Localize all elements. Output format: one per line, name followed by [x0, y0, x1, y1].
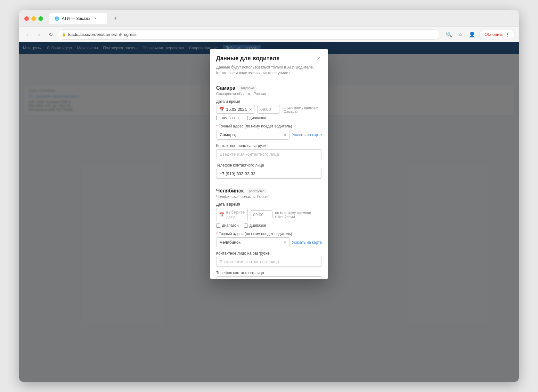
- update-button[interactable]: Обновить ⋮: [479, 30, 515, 39]
- samara-section: Самара загрузка Самарская область, Росси…: [216, 85, 322, 179]
- samara-header: Самара загрузка: [216, 85, 322, 91]
- browser-actions: 🔍 ☆ 👤 Обновить ⋮: [444, 30, 515, 39]
- samara-date-input[interactable]: 📅 15.03.2021 ✕: [216, 105, 255, 114]
- modal-subtitle: Данные будут использоваться только в АТИ…: [216, 64, 322, 76]
- url-bar[interactable]: 🔒 loads.ati.su/orders/carrier/InProgress: [58, 29, 439, 40]
- samara-address-label: * Точный адрес (по нему поедет водитель): [216, 124, 322, 128]
- chelyabinsk-date-input[interactable]: 📅 выберите дату: [216, 208, 248, 221]
- chelyabinsk-section: Челябинск разгрузка Челябинская область,…: [216, 188, 322, 279]
- samara-time-hint: по местному времени (Самара): [282, 106, 322, 113]
- chelyabinsk-contact-group: Контактное лицо на разгрузке: [216, 251, 322, 267]
- chelyabinsk-address-wrapper: ✕: [216, 237, 289, 247]
- chelyabinsk-time-hint: по местному времени (Челябинск): [275, 211, 322, 218]
- chelyabinsk-address-input[interactable]: [216, 237, 289, 247]
- samara-city-name: Самара: [216, 85, 235, 91]
- modal-body: Самара загрузка Самарская область, Росси…: [210, 80, 328, 279]
- search-icon[interactable]: 🔍: [444, 30, 453, 39]
- menu-icon: ⋮: [505, 32, 509, 37]
- chelyabinsk-checkbox-row: диапазон диапазон: [216, 223, 322, 228]
- samara-date-label: Дата и время: [216, 99, 322, 104]
- samara-time-input[interactable]: [257, 105, 280, 114]
- section-divider: [216, 184, 322, 184]
- titlebar: 🌐 АТИ — Заказы ✕ +: [19, 10, 519, 27]
- chelyabinsk-phone-group: Телефон контактного лица: [216, 271, 322, 279]
- samara-date-row: 📅 15.03.2021 ✕ по местному времени (Сама…: [216, 105, 322, 114]
- browser-tab[interactable]: 🌐 АТИ — Заказы ✕: [49, 13, 107, 24]
- samara-checkbox2[interactable]: диапазон: [244, 116, 266, 120]
- samara-phone-input[interactable]: [216, 169, 322, 179]
- chelyabinsk-type-badge: разгрузка: [246, 188, 267, 193]
- maximize-dot[interactable]: [38, 16, 43, 21]
- new-tab-button[interactable]: +: [111, 14, 120, 23]
- samara-date-value: 15.03.2021: [226, 107, 247, 112]
- modal-title: Данные для водителя: [216, 55, 322, 62]
- chelyabinsk-contact-input[interactable]: [216, 257, 322, 267]
- samara-checkbox-row: диапазон диапазон: [216, 116, 322, 120]
- modal-dialog: Данные для водителя Данные будут использ…: [210, 49, 328, 279]
- chelyabinsk-date-group: Дата и время 📅 выберите дату по местному…: [216, 202, 322, 228]
- chelyabinsk-address-label: * Точный адрес (по нему поедет водитель): [216, 232, 322, 236]
- samara-date-clear[interactable]: ✕: [249, 107, 252, 112]
- profile-icon[interactable]: 👤: [468, 30, 477, 39]
- samara-date-group: Дата и время 📅 15.03.2021 ✕ по местному …: [216, 99, 322, 120]
- chelyabinsk-contact-label: Контактное лицо на разгрузке: [216, 251, 322, 256]
- back-button[interactable]: ‹: [23, 30, 32, 39]
- browser-window: 🌐 АТИ — Заказы ✕ + ‹ › ↻ 🔒 loads.ati.su/…: [19, 10, 519, 382]
- url-text: loads.ati.su/orders/carrier/InProgress: [68, 32, 136, 37]
- close-dot[interactable]: [24, 16, 29, 21]
- chelyabinsk-phone-input[interactable]: [216, 276, 322, 279]
- chelyabinsk-city-name: Челябинск: [216, 188, 244, 194]
- samara-phone-group: Телефон контактного лица: [216, 163, 322, 179]
- calendar-icon: 📅: [219, 107, 224, 112]
- chelyabinsk-header: Челябинск разгрузка: [216, 188, 322, 194]
- chelyabinsk-map-link[interactable]: Указать на карте: [292, 240, 322, 245]
- samara-type-badge: загрузка: [238, 86, 257, 91]
- samara-region: Самарская область, Россия: [216, 92, 322, 96]
- traffic-lights: [24, 16, 43, 21]
- chelyabinsk-region: Челябинская область, Россия: [216, 194, 322, 199]
- modal-header: Данные для водителя Данные будут использ…: [210, 49, 328, 80]
- chelyabinsk-address-group: * Точный адрес (по нему поедет водитель)…: [216, 232, 322, 247]
- addressbar: ‹ › ↻ 🔒 loads.ati.su/orders/carrier/InPr…: [19, 27, 519, 42]
- samara-contact-label: Контактное лицо на загрузке: [216, 143, 322, 148]
- samara-contact-group: Контактное лицо на загрузке: [216, 143, 322, 159]
- bookmark-icon[interactable]: ☆: [456, 30, 465, 39]
- modal-overlay: Данные для водителя Данные будут использ…: [19, 42, 519, 382]
- chelyabinsk-date-row: 📅 выберите дату по местному времени (Чел…: [216, 208, 322, 221]
- minimize-dot[interactable]: [31, 16, 36, 21]
- chelyabinsk-checkbox1[interactable]: диапазон: [216, 223, 239, 228]
- samara-checkbox1[interactable]: диапазон: [216, 116, 239, 120]
- refresh-button[interactable]: ↻: [46, 30, 55, 39]
- samara-address-group: * Точный адрес (по нему поедет водитель)…: [216, 124, 322, 140]
- samara-contact-input[interactable]: [216, 149, 322, 159]
- page-background: Мои грузы Добавить груз Мои заказы Подтв…: [19, 42, 519, 382]
- chelyabinsk-phone-label: Телефон контактного лица: [216, 271, 322, 275]
- chelyabinsk-address-clear[interactable]: ✕: [283, 240, 287, 245]
- samara-phone-label: Телефон контактного лица: [216, 163, 322, 167]
- modal-close-button[interactable]: ×: [315, 54, 322, 62]
- chelyabinsk-date-placeholder: выберите дату: [226, 210, 245, 219]
- calendar-icon-2: 📅: [219, 212, 224, 217]
- chelyabinsk-time-input[interactable]: [250, 210, 273, 219]
- tab-close-button[interactable]: ✕: [93, 16, 98, 21]
- tab-title: АТИ — Заказы: [62, 16, 90, 21]
- samara-map-link[interactable]: Указать на карте: [292, 133, 322, 137]
- chelyabinsk-checkbox2[interactable]: диапазон: [244, 223, 266, 228]
- samara-address-clear[interactable]: ✕: [283, 132, 287, 137]
- chelyabinsk-date-label: Дата и время: [216, 202, 322, 207]
- samara-address-wrapper: ✕: [216, 130, 289, 140]
- forward-button[interactable]: ›: [35, 30, 44, 39]
- lock-icon: 🔒: [62, 32, 66, 37]
- samara-address-input[interactable]: [216, 130, 289, 140]
